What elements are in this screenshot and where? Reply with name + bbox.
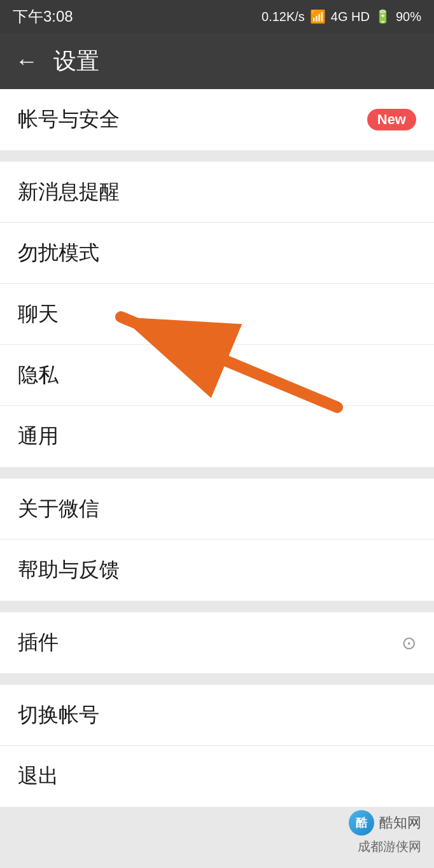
toolbar: ← 设置: [0, 33, 434, 89]
about-wechat-label: 关于微信: [18, 495, 416, 523]
status-time: 下午3:08: [13, 6, 73, 27]
dnd-label: 勿扰模式: [18, 239, 416, 267]
general-label: 通用: [18, 423, 416, 451]
new-message-label: 新消息提醒: [18, 178, 416, 206]
privacy-label: 隐私: [18, 361, 416, 389]
menu-item-about-wechat[interactable]: 关于微信: [0, 479, 434, 540]
menu-item-dnd[interactable]: 勿扰模式: [0, 223, 434, 284]
menu-group-about: 关于微信 帮助与反馈: [0, 479, 434, 601]
menu-group-account: 帐号与安全 New: [0, 89, 434, 150]
section-divider-1: [0, 150, 434, 162]
menu-item-chat[interactable]: 聊天: [0, 284, 434, 345]
logout-label: 退出: [18, 762, 416, 790]
menu-item-account-security[interactable]: 帐号与安全 New: [0, 89, 434, 150]
menu-item-privacy[interactable]: 隐私: [0, 345, 434, 406]
menu-item-logout[interactable]: 退出: [0, 746, 434, 807]
battery-indicator: 🔋: [375, 9, 391, 24]
menu-item-plugins[interactable]: 插件 ⊙: [0, 612, 434, 673]
battery-percent: 90%: [396, 10, 421, 24]
menu-item-new-message[interactable]: 新消息提醒: [0, 162, 434, 223]
status-right: 0.12K/s 📶 4G HD 🔋 90%: [262, 9, 421, 24]
account-security-badge: New: [367, 109, 416, 130]
watermark-site1: 酷知网: [379, 813, 421, 832]
plugins-label: 插件: [18, 629, 395, 657]
menu-item-general[interactable]: 通用: [0, 406, 434, 467]
watermark-site2: 成都游侠网: [349, 838, 421, 855]
signal-icon: 📶: [310, 9, 326, 24]
section-divider-2: [0, 467, 434, 479]
menu-group-plugins: 插件 ⊙: [0, 612, 434, 673]
back-button[interactable]: ←: [15, 50, 38, 73]
page-title: 设置: [53, 46, 99, 77]
watermark: 酷 酷知网 成都游侠网: [349, 810, 421, 855]
plugins-settings-icon: ⊙: [402, 633, 416, 654]
network-speed: 0.12K/s: [262, 10, 305, 24]
help-feedback-label: 帮助与反馈: [18, 556, 416, 584]
status-bar: 下午3:08 0.12K/s 📶 4G HD 🔋 90%: [0, 0, 434, 33]
menu-group-settings: 新消息提醒 勿扰模式 聊天 隐私 通用: [0, 162, 434, 467]
account-security-label: 帐号与安全: [18, 106, 357, 134]
chat-label: 聊天: [18, 300, 416, 328]
network-type: 4G HD: [331, 10, 370, 24]
switch-account-label: 切换帐号: [18, 701, 416, 729]
menu-item-help-feedback[interactable]: 帮助与反馈: [0, 540, 434, 601]
section-divider-4: [0, 673, 434, 685]
watermark-logo-icon: 酷: [349, 810, 374, 836]
menu-group-account-actions: 切换帐号 退出: [0, 685, 434, 807]
menu-item-switch-account[interactable]: 切换帐号: [0, 685, 434, 746]
section-divider-3: [0, 601, 434, 612]
